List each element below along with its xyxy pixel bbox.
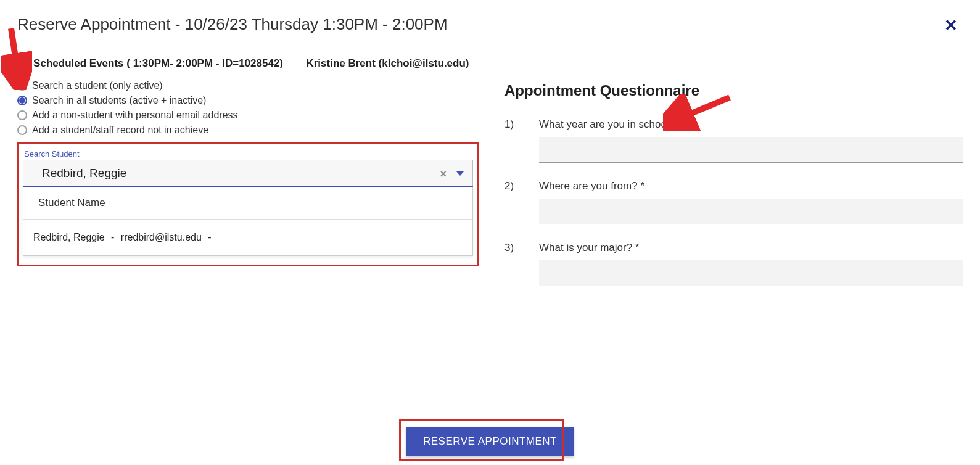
search-student-value: Redbird, Reggie (42, 167, 126, 180)
svg-line-1 (11, 28, 19, 78)
question-row: 1) What year are you in school? * (504, 118, 963, 163)
search-dropdown: Student Name Redbird, Reggie - rredbird@… (23, 187, 473, 256)
radio-label: Add a student/staff record not in achiev… (32, 125, 208, 136)
question-number: 1) (504, 118, 539, 163)
right-column: Appointment Questionnaire 1) What year a… (492, 78, 963, 303)
radio-label: Search a student (only active) (32, 80, 163, 91)
person-info: Kristine Brent (klchoi@ilstu.edu) (306, 57, 469, 69)
radio-add-nonstudent[interactable]: Add a non-student with personal email ad… (17, 108, 485, 123)
dropdown-result[interactable]: Redbird, Reggie - rredbird@ilstu.edu - (23, 220, 472, 255)
left-column: Search a student (only active) Search in… (17, 78, 492, 303)
result-name: Redbird, Reggie (33, 232, 105, 242)
questionnaire-title: Appointment Questionnaire (504, 82, 963, 99)
question-label: What year are you in school? * (539, 118, 963, 131)
separator: - (208, 232, 211, 242)
reserve-appointment-button[interactable]: RESERVE APPOINTMENT (406, 427, 574, 456)
radio-search-all[interactable]: Search in all students (active + inactiv… (17, 93, 485, 108)
radio-search-active[interactable]: Search a student (only active) (17, 78, 485, 93)
chevron-down-icon[interactable] (456, 171, 464, 176)
radio-icon (17, 96, 27, 105)
question-number: 3) (504, 242, 539, 286)
event-info: AT Scheduled Events ( 1:30PM- 2:00PM - I… (17, 57, 283, 69)
question-label: Where are you from? * (539, 180, 963, 192)
radio-icon (17, 110, 27, 120)
question-label: What is your major? * (539, 242, 963, 254)
question-number: 2) (504, 180, 539, 224)
separator: - (111, 232, 114, 242)
question-row: 3) What is your major? * (504, 242, 963, 286)
question-row: 2) Where are you from? * (504, 180, 963, 224)
radio-icon (17, 81, 27, 91)
divider (504, 107, 963, 107)
close-icon[interactable]: ✕ (944, 17, 958, 33)
search-student-combobox[interactable]: Redbird, Reggie × (23, 160, 473, 187)
search-mode-radio-group: Search a student (only active) Search in… (17, 78, 485, 138)
question-input-major[interactable] (539, 260, 963, 286)
modal-title: Reserve Appointment - 10/26/23 Thursday … (17, 15, 963, 34)
subheader: AT Scheduled Events ( 1:30PM- 2:00PM - I… (17, 57, 963, 70)
question-input-from[interactable] (539, 199, 963, 224)
search-student-label: Search Student (24, 149, 473, 158)
clear-icon[interactable]: × (440, 168, 447, 181)
radio-icon (17, 125, 27, 135)
button-bar: RESERVE APPOINTMENT (0, 427, 980, 456)
radio-label: Search in all students (active + inactiv… (32, 95, 206, 106)
question-input-year[interactable] (539, 137, 963, 163)
search-student-highlight-box: Search Student Redbird, Reggie × Student… (17, 142, 479, 266)
reserve-appointment-modal: Reserve Appointment - 10/26/23 Thursday … (0, 0, 980, 465)
radio-label: Add a non-student with personal email ad… (32, 110, 238, 121)
result-email: rredbird@ilstu.edu (121, 232, 202, 242)
radio-add-record[interactable]: Add a student/staff record not in achiev… (17, 123, 485, 138)
dropdown-header: Student Name (23, 187, 472, 220)
